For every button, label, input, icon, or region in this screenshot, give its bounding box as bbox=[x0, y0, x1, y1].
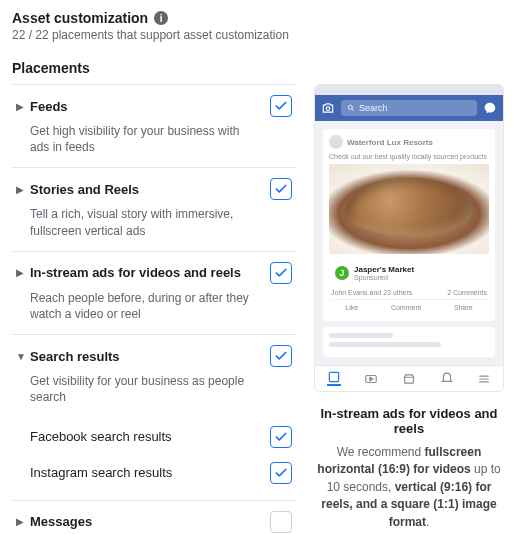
chevron-down-icon: ▼ bbox=[16, 351, 30, 362]
placement-checkbox[interactable] bbox=[270, 95, 292, 117]
recommendation-body: We recommend fullscreen horizontal (16:9… bbox=[314, 444, 504, 531]
placements-count: 22 / 22 placements that support asset cu… bbox=[12, 28, 504, 42]
preview-engagement: John Evans and 23 others 2 Comments bbox=[329, 286, 489, 296]
camera-icon bbox=[321, 101, 335, 115]
ad-preview: Search Waterford Lux Resorts Check out o… bbox=[314, 84, 504, 392]
preview-search-placeholder: Search bbox=[359, 103, 388, 113]
placement-label: Feeds bbox=[30, 99, 264, 114]
placement-instream[interactable]: ▶ In-stream ads for videos and reels Rea… bbox=[12, 252, 296, 335]
preview-post-image bbox=[329, 164, 489, 254]
bell-tab-icon bbox=[440, 372, 454, 386]
placement-feeds[interactable]: ▶ Feeds Get high visibility for your bus… bbox=[12, 84, 296, 168]
sub-placement-label: Instagram search results bbox=[30, 465, 264, 480]
placement-stories-reels[interactable]: ▶ Stories and Reels Tell a rich, visual … bbox=[12, 168, 296, 251]
recommendation-panel: In-stream ads for videos and reels We re… bbox=[314, 406, 504, 531]
sponsor-sub: Sponsored bbox=[354, 274, 414, 281]
svg-point-0 bbox=[326, 107, 330, 111]
preview-search: Search bbox=[341, 100, 477, 116]
placement-desc: Get high visibility for your business wi… bbox=[30, 123, 292, 155]
placement-checkbox[interactable] bbox=[270, 462, 292, 484]
placement-messages[interactable]: ▶ Messages Send offers or updates to peo… bbox=[12, 501, 296, 535]
page-title-text: Asset customization bbox=[12, 10, 148, 26]
preview-topbar: Search bbox=[315, 95, 503, 121]
share-action: Share bbox=[454, 304, 473, 311]
chevron-right-icon: ▶ bbox=[16, 184, 30, 195]
page-title: Asset customization i bbox=[12, 10, 168, 26]
comment-action: Comment bbox=[391, 304, 421, 311]
placement-label: In-stream ads for videos and reels bbox=[30, 265, 264, 280]
sub-placement-instagram-search[interactable]: Instagram search results bbox=[16, 452, 292, 488]
placement-checkbox[interactable] bbox=[270, 345, 292, 367]
phone-statusbar bbox=[315, 85, 503, 95]
sub-placement-label: Facebook search results bbox=[30, 429, 264, 444]
svg-point-1 bbox=[348, 105, 352, 109]
placement-desc: Tell a rich, visual story with immersive… bbox=[30, 206, 292, 238]
chevron-right-icon: ▶ bbox=[16, 267, 30, 278]
preview-actions: Like Comment Share bbox=[329, 299, 489, 315]
avatar bbox=[329, 135, 343, 149]
placement-desc: Get visibility for your business as peop… bbox=[30, 373, 292, 405]
preview-tabbar bbox=[315, 365, 503, 391]
feed-tab-icon bbox=[327, 372, 341, 386]
sponsor-name: Jasper's Market bbox=[354, 265, 414, 274]
chevron-right-icon: ▶ bbox=[16, 101, 30, 112]
info-icon[interactable]: i bbox=[154, 11, 168, 25]
placement-checkbox[interactable] bbox=[270, 511, 292, 533]
placement-label: Search results bbox=[30, 349, 264, 364]
svg-line-2 bbox=[352, 109, 354, 111]
placements-list: ▶ Feeds Get high visibility for your bus… bbox=[12, 84, 296, 534]
placement-checkbox[interactable] bbox=[270, 178, 292, 200]
placement-desc: Reach people before, during or after the… bbox=[30, 290, 292, 322]
chevron-right-icon: ▶ bbox=[16, 516, 30, 527]
sub-placement-facebook-search[interactable]: Facebook search results bbox=[16, 416, 292, 452]
preview-post-name: Waterford Lux Resorts bbox=[347, 138, 433, 147]
video-tab-icon bbox=[364, 372, 378, 386]
placement-label: Stories and Reels bbox=[30, 182, 264, 197]
svg-rect-3 bbox=[329, 372, 338, 381]
menu-tab-icon bbox=[477, 372, 491, 386]
like-action: Like bbox=[345, 304, 358, 311]
placement-checkbox[interactable] bbox=[270, 426, 292, 448]
sponsor-logo: J bbox=[335, 266, 349, 280]
svg-marker-5 bbox=[370, 377, 373, 381]
preview-post-caption: Check out our best quality locally sourc… bbox=[329, 153, 489, 160]
preview-post: Waterford Lux Resorts Check out our best… bbox=[323, 129, 495, 321]
preview-sponsor-card: J Jasper's Market Sponsored bbox=[329, 260, 489, 286]
messenger-icon bbox=[483, 101, 497, 115]
placement-checkbox[interactable] bbox=[270, 262, 292, 284]
recommendation-title: In-stream ads for videos and reels bbox=[314, 406, 504, 436]
placements-heading: Placements bbox=[12, 60, 504, 76]
preview-skeleton bbox=[323, 327, 495, 357]
placement-label: Messages bbox=[30, 514, 264, 529]
market-tab-icon bbox=[402, 372, 416, 386]
placement-search-results[interactable]: ▼ Search results Get visibility for your… bbox=[12, 335, 296, 500]
